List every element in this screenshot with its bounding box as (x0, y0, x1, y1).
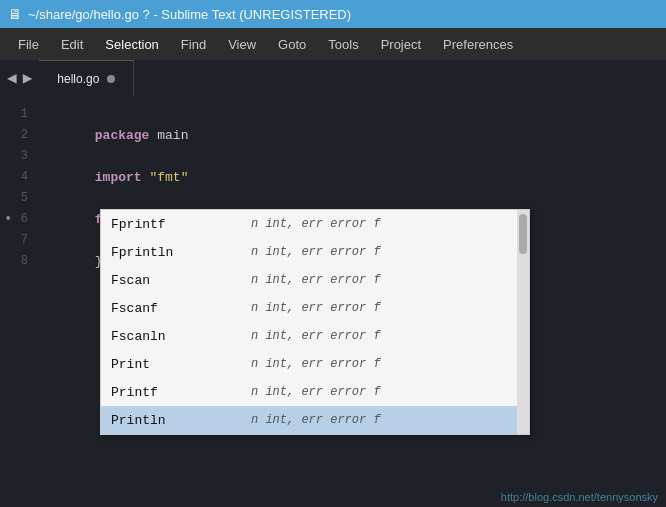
ac-item-type: n int, err error f (251, 214, 381, 235)
ac-item-type: n int, err error f (251, 242, 381, 263)
autocomplete-dropdown[interactable]: Fprintfn int, err error fFprintlnn int, … (100, 209, 530, 435)
menu-item-file[interactable]: File (8, 33, 49, 56)
menu-item-tools[interactable]: Tools (318, 33, 368, 56)
ac-item-type: n int, err error f (251, 410, 381, 431)
scrollbar-thumb[interactable] (519, 214, 527, 254)
title-text: ~/share/go/hello.go ? - Sublime Text (UN… (28, 7, 351, 22)
ac-item-name: Fscanf (111, 298, 251, 319)
line-num-2: 2 (0, 125, 40, 146)
keyword-package: package (95, 128, 150, 143)
keyword-import: import (95, 170, 142, 185)
autocomplete-item-printf[interactable]: Printfn int, err error f (101, 378, 529, 406)
ac-item-type: n int, err error f (251, 270, 381, 291)
tab-right-arrow[interactable]: ▶ (20, 66, 36, 90)
line-num-7: 7 (0, 230, 40, 251)
ac-item-name: Printf (111, 382, 251, 403)
line-num-5: 5 (0, 188, 40, 209)
menu-item-preferences[interactable]: Preferences (433, 33, 523, 56)
tab-scroll-arrows[interactable]: ◀ ▶ (0, 66, 39, 90)
autocomplete-item-fscan[interactable]: Fscann int, err error f (101, 266, 529, 294)
code-area[interactable]: package main import "fmt" func main(){ f… (40, 96, 666, 507)
ac-item-type: n int, err error f (251, 354, 381, 375)
menu-item-project[interactable]: Project (371, 33, 431, 56)
tab-label: hello.go (57, 72, 99, 86)
tab-hello-go[interactable]: hello.go (39, 60, 134, 96)
line-num-3: 3 (0, 146, 40, 167)
tabbar: ◀ ▶ hello.go (0, 60, 666, 96)
line-num-8: 8 (0, 251, 40, 272)
autocomplete-item-fprintln[interactable]: Fprintlnn int, err error f (101, 238, 529, 266)
menu-item-goto[interactable]: Goto (268, 33, 316, 56)
line-num-6: 6 (0, 209, 40, 230)
ac-item-name: Fscanln (111, 326, 251, 347)
ac-item-name: Println (111, 410, 251, 431)
ac-item-name: Fprintf (111, 214, 251, 235)
line-num-1: 1 (0, 104, 40, 125)
menu-item-view[interactable]: View (218, 33, 266, 56)
autocomplete-item-print[interactable]: Printn int, err error f (101, 350, 529, 378)
ac-item-name: Print (111, 354, 251, 375)
autocomplete-scrollbar[interactable] (517, 210, 529, 434)
line-gutter: 1 2 3 4 5 6 7 8 (0, 96, 40, 507)
tab-left-arrow[interactable]: ◀ (4, 66, 20, 90)
ac-item-type: n int, err error f (251, 382, 381, 403)
titlebar: 🖥 ~/share/go/hello.go ? - Sublime Text (… (0, 0, 666, 28)
menu-item-find[interactable]: Find (171, 33, 216, 56)
ac-item-name: Fprintln (111, 242, 251, 263)
autocomplete-item-fprintf[interactable]: Fprintfn int, err error f (101, 210, 529, 238)
code-line-3: import "fmt" (48, 146, 666, 167)
menu-item-selection[interactable]: Selection (95, 33, 168, 56)
menubar: FileEditSelectionFindViewGotoToolsProjec… (0, 28, 666, 60)
app-icon: 🖥 (8, 6, 22, 22)
line-num-4: 4 (0, 167, 40, 188)
autocomplete-item-fscanln[interactable]: Fscanlnn int, err error f (101, 322, 529, 350)
autocomplete-item-fscanf[interactable]: Fscanfn int, err error f (101, 294, 529, 322)
autocomplete-item-println[interactable]: Printlnn int, err error f (101, 406, 529, 434)
ac-item-name: Fscan (111, 270, 251, 291)
ac-item-type: n int, err error f (251, 298, 381, 319)
tab-modified-dot (107, 75, 115, 83)
code-line-1: package main (48, 104, 666, 125)
code-line-5: func main(){ (48, 188, 666, 209)
editor: 1 2 3 4 5 6 7 8 package main import "fmt… (0, 96, 666, 507)
watermark: http://blog.csdn.net/tennysonsky (501, 491, 658, 503)
ac-item-type: n int, err error f (251, 326, 381, 347)
menu-item-edit[interactable]: Edit (51, 33, 93, 56)
string-fmt: "fmt" (149, 170, 188, 185)
